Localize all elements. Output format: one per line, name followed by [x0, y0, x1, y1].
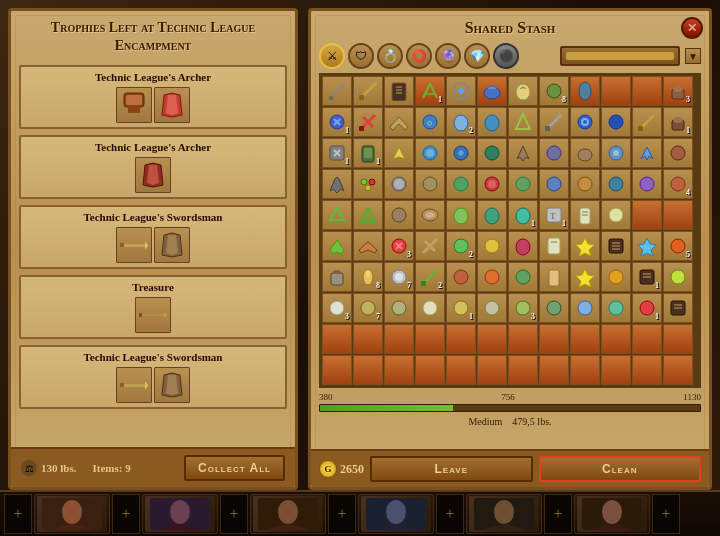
grid-cell[interactable]: [446, 76, 476, 106]
grid-cell[interactable]: [353, 200, 383, 230]
grid-cell[interactable]: [415, 293, 445, 323]
stash-scrollbar[interactable]: [560, 46, 680, 66]
grid-cell[interactable]: [663, 200, 693, 230]
trophy-slot[interactable]: [154, 87, 190, 123]
grid-cell[interactable]: [446, 324, 476, 354]
grid-cell[interactable]: [508, 138, 538, 168]
trophy-slot[interactable]: [154, 227, 190, 263]
grid-cell[interactable]: [508, 231, 538, 261]
grid-cell[interactable]: 1: [663, 107, 693, 137]
grid-cell[interactable]: 1: [353, 138, 383, 168]
grid-cell[interactable]: [663, 293, 693, 323]
grid-cell[interactable]: [601, 231, 631, 261]
grid-cell[interactable]: [508, 169, 538, 199]
grid-cell[interactable]: [477, 262, 507, 292]
grid-cell[interactable]: [632, 231, 662, 261]
grid-cell[interactable]: [384, 107, 414, 137]
grid-cell[interactable]: [570, 293, 600, 323]
grid-cell[interactable]: [601, 355, 631, 385]
grid-cell[interactable]: [322, 262, 352, 292]
close-button[interactable]: ✕: [681, 17, 703, 39]
grid-cell[interactable]: [353, 76, 383, 106]
grid-cell[interactable]: [570, 324, 600, 354]
grid-cell[interactable]: [353, 355, 383, 385]
grid-cell[interactable]: [632, 76, 662, 106]
grid-cell[interactable]: [446, 355, 476, 385]
grid-cell[interactable]: [570, 107, 600, 137]
char-add-button-7[interactable]: +: [652, 494, 680, 534]
trophy-slot[interactable]: [116, 87, 152, 123]
grid-cell[interactable]: 2: [446, 107, 476, 137]
grid-cell[interactable]: 5: [663, 231, 693, 261]
tab-misc[interactable]: ⚫: [493, 43, 519, 69]
grid-cell[interactable]: 8: [539, 76, 569, 106]
grid-cell[interactable]: [539, 231, 569, 261]
grid-cell[interactable]: [477, 200, 507, 230]
grid-cell[interactable]: T1: [539, 200, 569, 230]
grid-cell[interactable]: [322, 76, 352, 106]
grid-cell[interactable]: 3: [322, 293, 352, 323]
grid-cell[interactable]: ○: [415, 107, 445, 137]
char-add-button-3[interactable]: +: [220, 494, 248, 534]
grid-cell[interactable]: [384, 76, 414, 106]
grid-cell[interactable]: [415, 200, 445, 230]
tab-gem[interactable]: 💎: [464, 43, 490, 69]
grid-cell[interactable]: [384, 324, 414, 354]
grid-cell[interactable]: [384, 200, 414, 230]
tab-magic[interactable]: 🔮: [435, 43, 461, 69]
trophy-slot[interactable]: [135, 157, 171, 193]
grid-cell[interactable]: [601, 169, 631, 199]
grid-cell[interactable]: [322, 355, 352, 385]
grid-cell[interactable]: [508, 355, 538, 385]
grid-cell[interactable]: [322, 169, 352, 199]
grid-cell[interactable]: [353, 324, 383, 354]
char-add-button-6[interactable]: +: [544, 494, 572, 534]
grid-cell[interactable]: [539, 262, 569, 292]
grid-cell[interactable]: [632, 138, 662, 168]
grid-cell[interactable]: [446, 262, 476, 292]
grid-cell[interactable]: [353, 169, 383, 199]
leave-button[interactable]: Leave: [370, 456, 533, 482]
grid-cell[interactable]: [601, 262, 631, 292]
grid-cell[interactable]: [663, 355, 693, 385]
grid-cell[interactable]: [415, 138, 445, 168]
grid-cell[interactable]: [353, 231, 383, 261]
grid-cell[interactable]: [632, 169, 662, 199]
grid-cell[interactable]: [601, 293, 631, 323]
grid-cell[interactable]: [570, 262, 600, 292]
grid-cell[interactable]: 7: [384, 262, 414, 292]
trophy-slot[interactable]: [116, 227, 152, 263]
grid-cell[interactable]: [601, 324, 631, 354]
char-add-button-5[interactable]: +: [436, 494, 464, 534]
grid-cell[interactable]: 3: [663, 76, 693, 106]
grid-cell[interactable]: [477, 76, 507, 106]
tab-ring[interactable]: 💍: [377, 43, 403, 69]
grid-cell[interactable]: 1: [632, 293, 662, 323]
grid-cell[interactable]: [632, 200, 662, 230]
grid-cell[interactable]: [477, 107, 507, 137]
grid-cell[interactable]: [415, 324, 445, 354]
grid-cell[interactable]: 2: [415, 262, 445, 292]
grid-cell[interactable]: [508, 324, 538, 354]
grid-cell[interactable]: [415, 231, 445, 261]
grid-cell[interactable]: [508, 262, 538, 292]
grid-cell[interactable]: 8: [353, 262, 383, 292]
grid-cell[interactable]: [663, 262, 693, 292]
collect-all-button[interactable]: Collect All: [184, 455, 285, 481]
grid-cell[interactable]: [508, 76, 538, 106]
grid-cell[interactable]: 2: [446, 231, 476, 261]
grid-cell[interactable]: [570, 355, 600, 385]
grid-cell[interactable]: 4: [663, 169, 693, 199]
grid-cell[interactable]: [539, 107, 569, 137]
grid-cell[interactable]: [570, 200, 600, 230]
grid-cell[interactable]: 1: [446, 293, 476, 323]
grid-cell[interactable]: [322, 200, 352, 230]
grid-cell[interactable]: [570, 138, 600, 168]
grid-cell[interactable]: [446, 138, 476, 168]
tab-shield[interactable]: 🛡: [348, 43, 374, 69]
grid-cell[interactable]: [632, 107, 662, 137]
trophy-slot[interactable]: [135, 297, 171, 333]
grid-cell[interactable]: [477, 138, 507, 168]
grid-cell[interactable]: [663, 138, 693, 168]
tab-circle[interactable]: ⭕: [406, 43, 432, 69]
